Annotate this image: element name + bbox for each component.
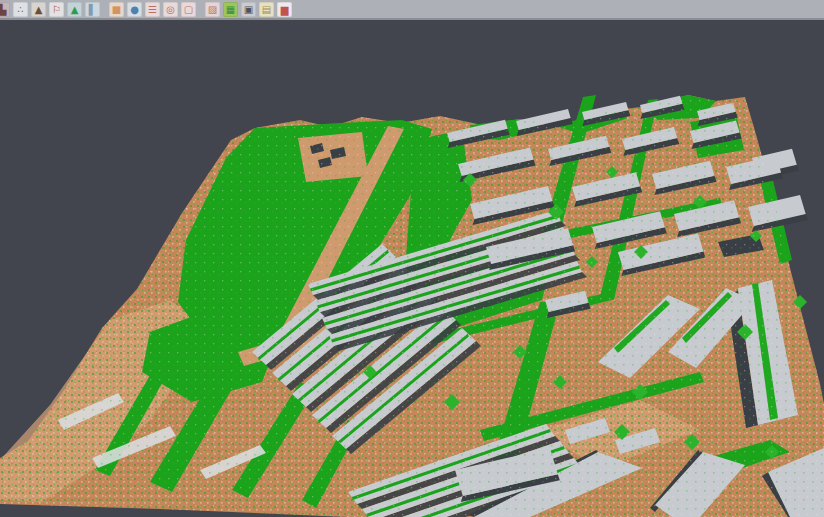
annotation-icon[interactable]: ▤ <box>259 2 274 17</box>
red-layers-icon[interactable]: ☰ <box>145 2 160 17</box>
flag-lines-icon[interactable]: ▆ <box>277 2 292 17</box>
scene-canvas[interactable] <box>0 0 824 517</box>
terrain-mesh <box>0 95 824 517</box>
color-points-icon[interactable]: ∴ <box>13 2 28 17</box>
app-window: ▙∴▲⚐▲▌■●☰◎▢▨▦▣▤▆ <box>0 0 824 517</box>
red-ring-icon[interactable]: ◎ <box>163 2 178 17</box>
classification-map-icon[interactable]: ▦ <box>223 2 238 17</box>
toolbar: ▙∴▲⚐▲▌■●☰◎▢▨▦▣▤▆ <box>0 0 824 20</box>
toolbar-group: ▨▦▣▤▆ <box>205 2 292 17</box>
orange-tile-icon[interactable]: ■ <box>109 2 124 17</box>
markers-icon[interactable]: ⚐ <box>49 2 64 17</box>
viewport-3d[interactable] <box>0 0 824 517</box>
green-hill-icon[interactable]: ▲ <box>67 2 82 17</box>
toolbar-group: ■●☰◎▢ <box>109 2 196 17</box>
camera-icon[interactable]: ▣ <box>241 2 256 17</box>
selection-bounds-icon[interactable]: ▢ <box>181 2 196 17</box>
histogram-icon[interactable]: ▙ <box>0 2 10 17</box>
clip-box-icon[interactable]: ▨ <box>205 2 220 17</box>
toolbar-group: ▙∴▲⚐▲▌ <box>2 2 100 17</box>
terrain-mound-icon[interactable]: ▲ <box>31 2 46 17</box>
column-chart-icon[interactable]: ▌ <box>85 2 100 17</box>
global-speckle <box>0 95 824 517</box>
globe-icon[interactable]: ● <box>127 2 142 17</box>
